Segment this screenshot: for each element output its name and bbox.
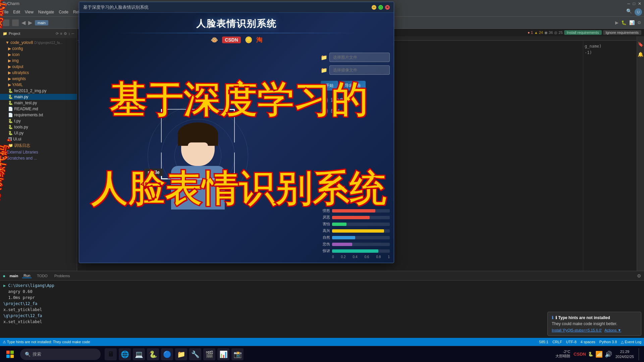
app-title: 基于深度学习的人脸表情识别系统 <box>83 4 370 10</box>
taskbar-files-icon[interactable]: 📁 <box>175 348 187 360</box>
toolbar-debug-btn[interactable]: 🐛 <box>621 20 627 25</box>
start-btn[interactable]: 开始 <box>321 81 338 90</box>
app-window: 基于深度学习的人脸表情识别系统 ─ □ ✕ 人脸表情识别系统 🐵 CSDN 🪙 … <box>79 2 394 263</box>
taskbar-chrome-icon[interactable]: 🔵 <box>161 348 173 360</box>
python-tray-icon[interactable]: 🐍 <box>588 352 593 357</box>
statusbar-python: Python 3.8 <box>599 340 617 344</box>
weather-info: -2°C 大部晴朗 <box>555 350 570 359</box>
csdn-logo: CSDN <box>222 37 241 43</box>
weather-temp: -2°C <box>555 350 570 354</box>
statusbar-event-log[interactable]: △ Event Log <box>621 340 641 344</box>
win-minimize-btn[interactable]: ─ <box>372 5 376 10</box>
network-icon[interactable]: 📶 <box>595 351 603 358</box>
speaker-icon[interactable]: 🔊 <box>605 351 612 358</box>
taskbar-app3-icon[interactable]: 📊 <box>217 348 229 360</box>
app-titlebar: 基于深度学习的人脸表情识别系统 ─ □ ✕ <box>79 2 394 13</box>
menu-view[interactable]: View <box>25 10 34 14</box>
toolbar-save-btn[interactable] <box>12 19 19 26</box>
tree-item-icon[interactable]: ▶ icon <box>0 52 77 58</box>
weather-label: 大部晴朗 <box>555 354 570 359</box>
run-line-4: \project\12_fa <box>3 301 641 307</box>
install-requirements-btn[interactable]: Install requirements <box>564 30 602 35</box>
toolbar-forward-btn[interactable]: ▶ <box>28 19 32 26</box>
search-icon: 🔍 <box>25 352 31 357</box>
run-line-3: 1.0ms prepr <box>3 295 641 301</box>
toolbar-profile-btn[interactable]: 📊 <box>629 20 635 25</box>
tree-item-external[interactable]: ▶ External Libraries <box>0 149 77 155</box>
camera-icon: 📁 <box>321 67 327 73</box>
run-settings-icon[interactable]: ⚙ <box>637 273 641 279</box>
error-badge: ● 1 <box>528 31 533 35</box>
export-btn[interactable]: 导出报告 <box>340 81 366 90</box>
monkey-icon: 🐵 <box>211 36 218 44</box>
bookmarks-icon[interactable]: 🔖 <box>638 42 643 47</box>
menu-edit[interactable]: Edit <box>13 10 20 14</box>
tree-root-item[interactable]: ▼ code_yolov8 D:\g\project12_fa... <box>0 40 77 46</box>
ignore-requirements-btn[interactable]: Ignore requirements <box>603 30 641 35</box>
menu-code[interactable]: Code <box>59 10 68 14</box>
folder-icon: 📁 <box>321 54 327 61</box>
gear-icon[interactable]: ⚙ <box>64 32 67 36</box>
info-badge-1: ◉ 36 <box>544 31 553 35</box>
search-everywhere-icon[interactable]: 🔍 <box>626 8 632 16</box>
info-badge-2: ◎ 25 <box>554 31 562 35</box>
filter-icon[interactable]: ≡ <box>60 32 62 36</box>
taskbar-app2-icon[interactable]: 🔧 <box>189 348 201 360</box>
chart-label-neutral: 自然 <box>321 235 330 240</box>
confidence-label: 置信度： <box>331 97 348 103</box>
ide-maximize-btn[interactable]: □ <box>633 1 635 6</box>
run-line-5: x.set_yticklabel <box>3 307 641 313</box>
sync-icon[interactable]: ⟳ <box>56 32 59 36</box>
install-stubs-link[interactable]: Install 'PyQt5-stubs==5.15.6.0' <box>552 328 602 332</box>
taskbar-explorer-icon[interactable]: 🖥 <box>105 348 117 360</box>
taskbar-browser-icon[interactable]: 🌐 <box>119 348 131 360</box>
toolbar-settings-btn[interactable]: ⚙ <box>637 20 641 25</box>
select-camera-input[interactable] <box>329 65 390 75</box>
ide-minimize-btn[interactable]: ─ <box>627 1 630 6</box>
taskbar-pinned-apps: 🖥 🌐 💻 🐍 🔵 📁 🔧 🎬 📊 📸 <box>105 348 244 360</box>
taskbar-media-icon[interactable]: 🎬 <box>203 348 215 360</box>
taskbar-app4-icon[interactable]: 📸 <box>231 348 244 360</box>
search-label: 搜索 <box>33 351 41 357</box>
statusbar-encoding: UTF-8 <box>566 340 577 344</box>
select-image-input[interactable] <box>329 53 390 62</box>
project-panel-header: 📁 Project ⟳ ≡ ⚙ ↕ ─ <box>0 29 77 38</box>
app-right-panel: 📁 📁 开始 导出报告 📊 置信度： ⊙ 类别： <box>317 49 394 263</box>
confidence-icon: 📊 <box>321 97 328 104</box>
csdn-tray-icon[interactable]: CSDN <box>574 352 586 357</box>
header-divider <box>114 33 359 33</box>
tab-problems[interactable]: Problems <box>53 274 71 278</box>
run-line-7: x.set_xticklabel <box>3 319 641 325</box>
taskbar-pycharm-icon[interactable]: 🐍 <box>147 348 159 360</box>
taskbar-search[interactable]: 🔍 搜索 <box>20 349 101 360</box>
chart-label-disgust: 厌恶 <box>321 215 330 220</box>
clock[interactable]: 21:29 2024/02/25 <box>615 349 634 359</box>
notification-body: They could make code insight better. <box>552 321 637 326</box>
close-panel-icon[interactable]: ─ <box>71 32 74 36</box>
tab-todo[interactable]: TODO <box>36 274 49 278</box>
taobao-icon: 淘 <box>256 36 262 44</box>
toolbar-run-btn[interactable]: ▶ <box>615 20 619 25</box>
notifications-icon[interactable]: 🔔 <box>638 52 643 57</box>
statusbar-hints[interactable]: ⚠ Type hints are not installed: They cou… <box>3 340 90 344</box>
start-button[interactable] <box>4 348 16 360</box>
chart-axis: 00.20.40.60.81 <box>321 255 390 259</box>
info-icon: ℹ <box>552 315 553 320</box>
win-maximize-btn[interactable]: □ <box>378 5 383 10</box>
toolbar-back-btn[interactable]: ◀ <box>21 19 25 26</box>
toolbar-branch-selector[interactable]: main <box>35 20 48 25</box>
tree-item-scratches[interactable]: ▶ Scratches and ... <box>0 155 77 161</box>
notification-popup: ℹ ℹ Type hints are not installed They co… <box>547 312 641 336</box>
actions-link[interactable]: Actions ▼ <box>604 328 621 332</box>
ide-close-btn[interactable]: ✕ <box>638 1 641 6</box>
show-desktop-btn[interactable] <box>639 348 640 360</box>
taskbar-terminal-icon[interactable]: 💻 <box>133 348 145 360</box>
statusbar-crlf: CRLF <box>552 340 562 344</box>
emotion-chart: 愤怒 厌恶 害怕 高兴 <box>321 208 390 259</box>
tab-run[interactable]: Run <box>22 274 32 278</box>
tree-item-config[interactable]: ▶ config <box>0 46 77 52</box>
run-tabs: ● main Run TODO Problems ⚙ <box>0 271 644 281</box>
menu-navigate[interactable]: Navigate <box>38 10 54 14</box>
win-close-btn[interactable]: ✕ <box>385 5 390 10</box>
expand-icon[interactable]: ↕ <box>68 32 70 36</box>
